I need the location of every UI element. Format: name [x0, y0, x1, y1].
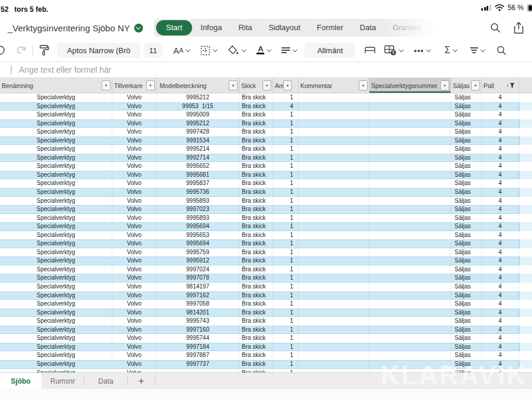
sort-filter-applied-icon[interactable]: ↑ — [507, 83, 515, 89]
cell[interactable] — [299, 283, 369, 291]
cell[interactable]: 9995214 — [157, 145, 239, 154]
cell[interactable]: Säljas — [451, 231, 482, 240]
cell[interactable] — [299, 197, 369, 206]
cell[interactable] — [299, 128, 369, 137]
cell[interactable]: 4 — [482, 145, 519, 154]
table-row[interactable]: SpecialverktygVolvo9997160Bra skick1Sälj… — [0, 326, 532, 335]
cell[interactable] — [299, 231, 369, 240]
cell[interactable]: Specialverktyg — [0, 188, 112, 197]
cell[interactable] — [299, 326, 369, 335]
cell[interactable] — [369, 343, 451, 352]
cell[interactable]: 1 — [273, 197, 299, 206]
cell[interactable] — [369, 257, 451, 265]
cell[interactable]: 1 — [273, 188, 299, 197]
cell[interactable] — [369, 93, 451, 102]
alignment-button[interactable] — [281, 47, 297, 53]
cell[interactable]: Specialverktyg — [0, 93, 112, 102]
cell[interactable]: Specialverktyg — [0, 119, 112, 128]
cell[interactable]: Volvo — [112, 162, 157, 171]
cell[interactable] — [299, 274, 369, 283]
table-row[interactable]: SpecialverktygVolvo9997428Bra skick1Sälj… — [0, 128, 532, 137]
cell[interactable]: 1 — [273, 119, 299, 128]
cell[interactable]: 9997023 — [157, 205, 239, 214]
cell[interactable]: 1 — [273, 360, 299, 369]
cell[interactable]: Säljas — [451, 111, 482, 119]
cell[interactable]: 4 — [273, 102, 299, 111]
cell[interactable]: Specialverktyg — [0, 283, 112, 291]
cell[interactable] — [299, 300, 369, 309]
cell[interactable]: Specialverktyg — [0, 154, 112, 163]
cell[interactable]: 9995009 — [157, 111, 239, 119]
cell[interactable]: Volvo — [112, 222, 157, 231]
cell[interactable] — [299, 119, 369, 128]
cell[interactable]: Volvo — [112, 179, 157, 188]
cell[interactable]: Bra skick — [239, 343, 273, 352]
cell[interactable]: 1 — [273, 326, 299, 335]
cell[interactable] — [299, 360, 369, 369]
column-header-pall[interactable]: Pall↑ — [482, 78, 519, 93]
table-row[interactable]: SpecialverktygVolvo9995694Bra skick1Sälj… — [0, 239, 532, 248]
cell[interactable]: Säljas — [451, 145, 482, 154]
cell[interactable]: 4 — [482, 128, 519, 137]
cell[interactable]: Specialverktyg — [0, 128, 112, 137]
cell[interactable]: 9814201 — [157, 309, 239, 317]
table-row[interactable]: SpecialverktygVolvo9991534Bra skick1Sälj… — [0, 137, 532, 145]
cell[interactable]: Volvo — [112, 274, 157, 283]
cell[interactable]: Specialverktyg — [0, 326, 112, 335]
filter-dropdown-icon[interactable]: ▼ — [146, 80, 155, 90]
cell[interactable]: 4 — [482, 283, 519, 291]
cell[interactable] — [369, 283, 451, 291]
borders-button[interactable] — [200, 46, 217, 56]
sheet-tab-rumsnr[interactable]: Rumsnr — [41, 373, 84, 389]
cell[interactable]: 1 — [273, 128, 299, 137]
cell[interactable]: 1 — [273, 248, 299, 257]
redo-icon[interactable] — [15, 45, 27, 56]
cell[interactable] — [369, 291, 451, 300]
cell[interactable]: 9995694 — [157, 222, 239, 231]
add-sheet-button[interactable]: + — [128, 373, 155, 389]
table-row[interactable]: SpecialverktygVolvo9995212Bra skick1Sälj… — [0, 119, 532, 128]
table-row[interactable]: SpecialverktygVolvo9995009Bra skick1Sälj… — [0, 111, 532, 119]
cell[interactable]: 9997737 — [157, 360, 239, 369]
cell[interactable]: 4 — [482, 326, 519, 335]
font-format-button[interactable]: AA — [173, 46, 190, 56]
cell[interactable]: 4 — [482, 343, 519, 352]
cell[interactable]: Bra skick — [239, 222, 273, 231]
cell[interactable]: 1 — [273, 265, 299, 274]
cell[interactable] — [299, 162, 369, 171]
cell[interactable]: 9814197 — [157, 283, 239, 291]
column-header-antal[interactable]: Antal▼ — [273, 78, 299, 93]
cell[interactable]: Specialverktyg — [0, 171, 112, 180]
ribbon-tab-rita[interactable]: Rita — [230, 20, 260, 35]
filter-dropdown-icon[interactable]: ▼ — [229, 80, 238, 90]
cell[interactable]: Bra skick — [239, 188, 273, 197]
cell[interactable] — [369, 248, 451, 257]
cell[interactable]: 1 — [273, 93, 299, 102]
cell[interactable] — [299, 257, 369, 265]
cell[interactable]: 1 — [273, 309, 299, 317]
cell[interactable]: Volvo — [112, 360, 157, 369]
formula-bar[interactable]: Ange text eller formel här — [0, 62, 532, 78]
table-row[interactable]: SpecialverktygVolvo9992714Bra skick1Sälj… — [0, 154, 532, 163]
cell[interactable]: 99953 1/15 — [157, 102, 239, 111]
column-header-skick[interactable]: Skick▼ — [239, 78, 273, 93]
cell[interactable]: Specialverktyg — [0, 317, 112, 326]
cell[interactable]: Säljas — [451, 309, 482, 317]
cell[interactable] — [369, 102, 451, 111]
cell[interactable]: Bra skick — [239, 93, 273, 102]
cell[interactable] — [299, 93, 369, 102]
cell[interactable]: 4 — [482, 334, 519, 343]
column-header-blank[interactable] — [519, 78, 532, 93]
cell[interactable]: 4 — [482, 137, 519, 145]
cell[interactable]: 9997162 — [157, 291, 239, 300]
cell[interactable] — [299, 265, 369, 274]
cell[interactable]: Specialverktyg — [0, 197, 112, 206]
cell[interactable]: Säljas — [451, 274, 482, 283]
cell[interactable]: Specialverktyg — [0, 265, 112, 274]
cell[interactable] — [369, 137, 451, 145]
cell[interactable]: 4 — [482, 188, 519, 197]
cell[interactable]: 1 — [273, 205, 299, 214]
cell[interactable]: Bra skick — [239, 291, 273, 300]
font-size-select[interactable]: 11 — [144, 43, 163, 58]
number-format-select[interactable]: Allmänt — [304, 43, 355, 58]
